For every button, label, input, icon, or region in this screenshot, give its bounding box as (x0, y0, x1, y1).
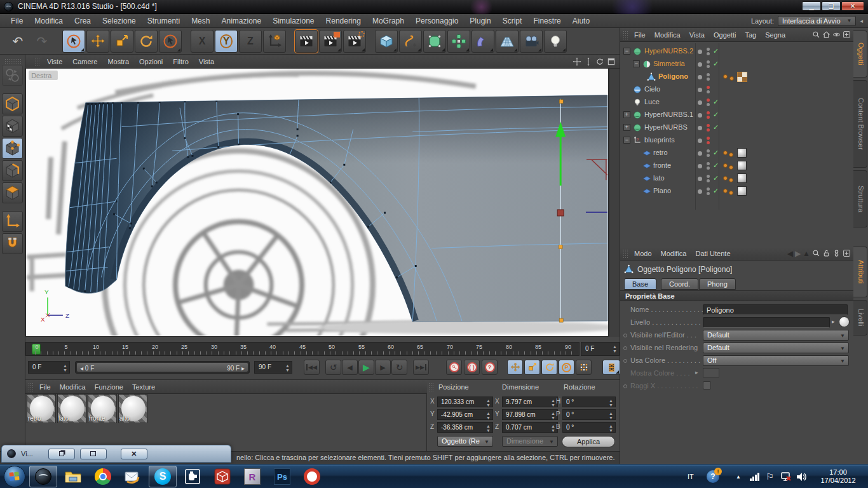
taskbar-cinema4d[interactable] (31, 467, 55, 486)
editor-visibility-dot[interactable] (707, 162, 710, 165)
lock-icon[interactable] (822, 249, 831, 257)
parent-object-icon[interactable]: ▲ (803, 249, 810, 258)
am-menu-modifica[interactable]: Modifica (656, 248, 691, 259)
material-tag-icon[interactable] (737, 161, 747, 170)
spinner-icon[interactable]: ▲▼ (609, 424, 613, 433)
home-icon[interactable] (822, 30, 831, 39)
object-label[interactable]: retro (653, 149, 668, 156)
size-z-field[interactable]: 0.707 cm▲▼ (502, 422, 558, 433)
redo-button[interactable]: ↷ (31, 30, 53, 53)
menu-selezione[interactable]: Selezione (97, 15, 142, 27)
om-menu-tag[interactable]: Tag (740, 30, 761, 40)
texture-tag-icon[interactable] (729, 178, 733, 182)
editor-visibility-dot[interactable] (707, 175, 710, 178)
object-row[interactable]: − HyperNURBS.2 ✓ (620, 45, 853, 58)
panel-grip[interactable] (623, 249, 628, 258)
render-visibility-dot[interactable] (707, 78, 710, 81)
pos-z-field[interactable]: -36.358 cm▲▼ (437, 422, 493, 433)
taskbar-photoshop[interactable]: Ps (270, 467, 294, 486)
enabled-check-icon[interactable]: ✓ (713, 174, 719, 182)
key-position-toggle[interactable] (507, 360, 523, 375)
history-icon[interactable] (832, 249, 841, 257)
tab-oggetti[interactable]: Oggetti (853, 30, 867, 78)
visible-editor-dropdown[interactable]: Default▼ (703, 330, 849, 341)
apply-button[interactable]: Applica (562, 436, 615, 447)
tab-attributi[interactable]: Attributi (853, 247, 867, 297)
maximize-button[interactable]: ❑ (822, 1, 841, 11)
keyframe-dot-icon[interactable] (623, 384, 627, 388)
render-visibility-dot[interactable] (707, 192, 710, 195)
play-button[interactable]: ▶ (358, 360, 374, 375)
viewport-scene[interactable]: Y Z X Destra (26, 69, 608, 336)
vp-menu-mostra[interactable]: Mostra (102, 57, 134, 67)
enabled-check-icon[interactable]: ✓ (713, 47, 719, 55)
key-pla-toggle[interactable] (576, 360, 592, 375)
render-visibility-dot[interactable] (707, 128, 710, 132)
rot-h-field[interactable]: 0 °▲▼ (562, 396, 616, 407)
snap-button[interactable] (2, 233, 23, 254)
tab-livelli[interactable]: Livelli (853, 300, 867, 336)
object-row[interactable]: Cielo (620, 83, 853, 96)
lock-z-axis-button[interactable]: Z (239, 30, 262, 53)
menu-finestre[interactable]: Finestre (527, 15, 566, 27)
play-reverse-loop-button[interactable]: ↺ (325, 360, 341, 375)
texture-tag-icon[interactable] (729, 191, 733, 195)
object-row[interactable]: Piano ✓ (620, 185, 853, 198)
keyframe-dot-icon[interactable] (623, 359, 627, 363)
collapse-icon[interactable]: − (633, 60, 640, 67)
taskbar-red-app[interactable] (210, 467, 234, 486)
taskbar-3d-app[interactable] (180, 467, 205, 486)
network-signal-icon[interactable] (750, 464, 760, 488)
layer-input[interactable] (703, 317, 830, 328)
restore-button[interactable] (48, 449, 75, 459)
rot-b-field[interactable]: 0 °▲▼ (562, 422, 616, 433)
minimize-button[interactable]: ▁ (802, 1, 821, 11)
zoom-view-icon[interactable] (584, 57, 593, 66)
spinner-icon[interactable]: ▲▼ (486, 411, 491, 420)
texture-tag-icon[interactable] (723, 176, 728, 180)
tab-phong[interactable]: Phong (699, 278, 736, 290)
range-end-arrow[interactable]: 90 F ▸ (227, 365, 245, 372)
last-tool-button[interactable] (159, 30, 182, 53)
menu-modifica[interactable]: Modifica (29, 15, 69, 27)
add-panel-icon[interactable] (843, 30, 851, 39)
enabled-check-icon[interactable]: ✓ (713, 98, 719, 106)
mat-menu-funzione[interactable]: Funzione (90, 382, 128, 392)
object-row[interactable]: Poligono (620, 71, 853, 83)
minimized-window[interactable]: Vi... ✕ (1, 445, 231, 463)
taskbar-clock[interactable]: 17:00 17/04/2012 (816, 464, 860, 488)
toggle-view-icon[interactable] (607, 57, 616, 66)
rotate-tool-button[interactable] (135, 30, 158, 53)
selection-tag-icon[interactable] (723, 74, 728, 79)
object-label[interactable]: Poligono (658, 72, 688, 80)
model-mode-button[interactable] (2, 93, 23, 114)
coordinate-mode-dropdown[interactable]: Oggetto (Re▼ (437, 436, 493, 447)
editor-visibility-dot[interactable] (707, 60, 710, 64)
editor-visibility-dot[interactable] (707, 86, 710, 89)
render-visibility-dot[interactable] (707, 154, 710, 157)
editor-visibility-dot[interactable] (707, 98, 710, 102)
pan-view-icon[interactable] (573, 57, 581, 66)
mat-menu-modifica[interactable]: Modifica (55, 382, 90, 392)
collapse-icon[interactable]: − (623, 48, 630, 55)
keyframe-selection-button[interactable] (602, 360, 620, 375)
menu-script[interactable]: Script (497, 15, 528, 27)
record-keyframe-button[interactable] (446, 360, 462, 375)
enabled-check-icon[interactable]: ✓ (713, 187, 719, 195)
material-lato[interactable]: lato (57, 394, 86, 423)
object-row[interactable]: lato ✓ (620, 172, 853, 185)
panel-grip[interactable] (428, 383, 433, 391)
add-panel-icon[interactable] (843, 249, 851, 257)
render-visibility-dot[interactable] (707, 116, 710, 119)
panel-grip[interactable] (28, 383, 33, 391)
render-visibility-dot[interactable] (707, 179, 710, 182)
object-row[interactable]: + HyperNURBS ✓ (620, 121, 853, 134)
tab-struttura[interactable]: Struttura (853, 170, 867, 227)
object-row[interactable]: retro ✓ (620, 147, 853, 159)
tab-base[interactable]: Base (624, 278, 656, 290)
goto-end-button[interactable]: ▶▶ (413, 360, 429, 375)
edges-mode-button[interactable] (2, 160, 23, 181)
menu-animazione[interactable]: Animazione (215, 15, 267, 27)
add-primitive-button[interactable] (375, 30, 398, 53)
enabled-check-icon[interactable]: ✓ (713, 60, 719, 68)
